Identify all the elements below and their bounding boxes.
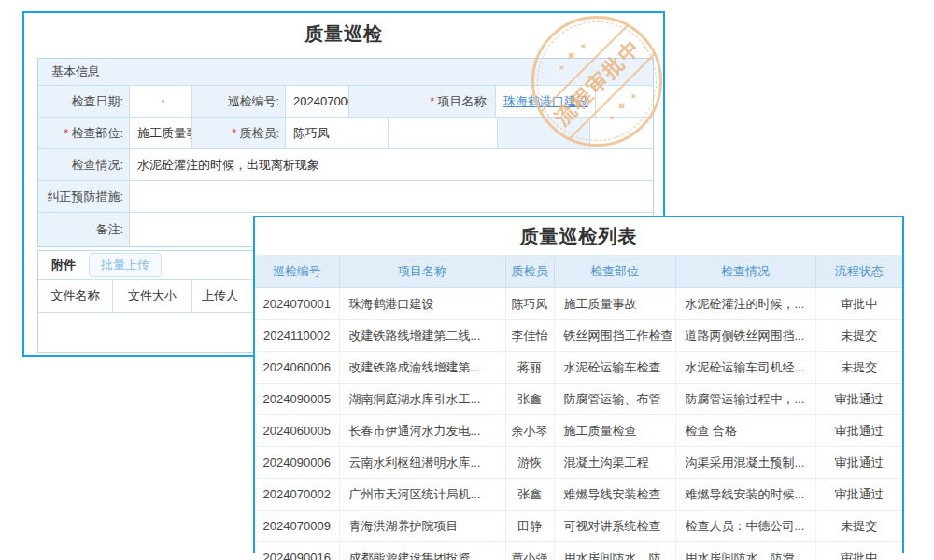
cell-project[interactable]: 青海洪湖养护院项目 [339,511,505,542]
situation-label: 检查情况: [38,149,130,180]
form-empty-cell [389,118,498,148]
cell-number[interactable]: 2024070009 [255,511,339,542]
part-label-text: 检查部位: [71,125,123,142]
col-header-number: 巡检编号 [255,255,339,288]
cell-inspector[interactable]: 田静 [505,511,554,542]
col-header-project: 项目名称 [339,255,505,288]
measures-label: 纠正预防措施: [38,181,130,212]
form-empty-cell [596,86,653,117]
form-row-situation: 检查情况: 水泥砼灌注的时候，出现离析现象 [38,149,653,181]
table-header-row: 巡检编号 项目名称 质检员 检查部位 检查情况 流程状态 [255,255,902,288]
cell-project[interactable]: 改建铁路成渝线增建第... [339,352,505,384]
cell-situation: 道路两侧铁丝网围挡... [675,320,815,352]
cell-situation: 难燃导线安装的时候... [675,479,815,511]
cell-inspector[interactable]: 蒋丽 [505,352,554,384]
cell-project[interactable]: 改建铁路线增建第二线... [339,320,505,352]
cell-inspector[interactable]: 张鑫 [505,384,554,415]
cell-situation: 沟渠采用混凝土预制... [675,447,815,479]
list-title: 质量巡检列表 [255,224,902,249]
cell-inspector[interactable]: 余小琴 [505,415,554,447]
cell-part: 防腐管运输、布管 [554,384,675,415]
table-row: 2024060005 长春市伊通河水力发电... 余小琴 施工质量检查 检查 合… [255,415,902,447]
inspector-label: * 质检员: [192,118,286,148]
file-name-header: 文件名称 [38,280,113,312]
situation-field[interactable]: 水泥砼灌注的时候，出现离析现象 [130,149,653,180]
inspection-table: 巡检编号 项目名称 质检员 检查部位 检查情况 流程状态 2024070001 … [255,255,902,560]
date-placeholder-dot [162,100,164,103]
col-header-part: 检查部位 [554,255,675,288]
cell-part: 难燃导线安装检查 [554,479,675,511]
uploader-header: 上传人 [192,280,248,312]
part-label: * 检查部位: [38,118,130,148]
cell-situation: 用水房间防水、防滑... [675,542,815,560]
cell-project[interactable]: 珠海鹤港口建设 [339,288,505,320]
cell-status: 审批中 [815,542,902,560]
cell-number[interactable]: 2024060005 [255,415,339,447]
cell-project[interactable]: 湖南洞庭湖水库引水工... [339,384,505,415]
required-marker: * [64,126,68,140]
cell-inspector[interactable]: 李佳怡 [505,320,554,352]
cell-situation: 检查人员：中德公司... [675,511,815,542]
cell-number[interactable]: 2024090016 [255,542,339,560]
part-field[interactable]: 施工质量事 [130,118,192,148]
table-row: 2024070009 青海洪湖养护院项目 田静 可视对讲系统检查 检查人员：中德… [255,511,902,542]
cell-status: 审批通过 [815,447,902,479]
form-empty-cell [590,118,653,148]
col-header-situation: 检查情况 [675,255,815,288]
cell-number[interactable]: 2024090005 [255,384,339,415]
cell-inspector[interactable]: 黄小强 [505,542,554,560]
cell-inspector[interactable]: 张鑫 [505,479,554,511]
project-field: 珠海鹤港口建设 [496,86,596,117]
table-row: 2024090006 云南水利枢纽潜明水库... 游恢 混凝土沟渠工程 沟渠采用… [255,447,902,479]
form-title: 质量巡检 [24,21,663,47]
cell-project[interactable]: 长春市伊通河水力发电... [339,415,505,447]
cell-status: 审批中 [815,288,902,320]
page: 质量巡检 基本信息 检查日期: 巡检编号: 202407000 * 项目名称: … [0,0,934,560]
inspector-label-text: 质检员: [239,125,279,142]
date-field[interactable] [130,86,192,117]
cell-number[interactable]: 2024070001 [255,288,339,320]
cell-part: 可视对讲系统检查 [554,511,675,542]
cell-number[interactable]: 2024090006 [255,447,339,479]
required-marker: * [232,126,236,140]
cell-inspector[interactable]: 游恢 [505,447,554,479]
project-label: * 项目名称: [349,86,496,117]
form-row-1: 检查日期: 巡检编号: 202407000 * 项目名称: 珠海鹤港口建设 [38,86,653,118]
form-row-2: * 检查部位: 施工质量事 * 质检员: 陈巧凤 [38,118,653,149]
measures-field[interactable] [130,181,653,212]
remark-label: 备注: [38,213,130,246]
table-row: 2024090005 湖南洞庭湖水库引水工... 张鑫 防腐管运输、布管 防腐管… [255,384,902,415]
cell-status: 未提交 [815,511,902,542]
required-marker: * [430,94,434,108]
inspection-list-panel: 质量巡检列表 巡检编号 项目名称 质检员 检查部位 检查情况 流程状态 2024… [253,216,904,553]
number-label: 巡检编号: [192,86,286,117]
cell-situation: 防腐管运输过程中，... [675,384,815,415]
cell-situation: 检查 合格 [675,415,815,447]
cell-number[interactable]: 2024070002 [255,479,339,511]
cell-number[interactable]: 2024060006 [255,352,339,384]
cell-part: 施工质量检查 [554,415,675,447]
cell-project[interactable]: 云南水利枢纽潜明水库... [339,447,505,479]
table-row: 2024110002 改建铁路线增建第二线... 李佳怡 铁丝网围挡工作检查 道… [255,320,902,352]
table-row: 2024060006 改建铁路成渝线增建第... 蒋丽 水泥砼运输车检查 水泥砼… [255,352,902,384]
cell-number[interactable]: 2024110002 [255,320,339,352]
cell-status: 未提交 [815,320,902,352]
attachment-label: 附件 [51,257,76,273]
cell-part: 用水房间防水、防... [554,542,675,560]
form-empty-label-cell [498,118,590,148]
batch-upload-button[interactable]: 批量上传 [89,253,162,277]
cell-part: 混凝土沟渠工程 [554,447,675,479]
cell-project[interactable]: 成都能源建设集团投资... [339,542,505,560]
number-field: 202407000 [286,86,349,117]
cell-inspector[interactable]: 陈巧凤 [505,288,554,320]
cell-situation: 水泥砼灌注的时候，... [675,288,815,320]
cell-project[interactable]: 广州市天河区统计局机... [339,479,505,511]
file-size-header: 文件大小 [113,280,192,312]
project-link[interactable]: 珠海鹤港口建设 [503,93,588,110]
date-label: 检查日期: [38,86,130,117]
inspector-field[interactable]: 陈巧凤 [286,118,389,148]
cell-status: 审批通过 [815,384,902,415]
project-label-text: 项目名称: [437,93,489,110]
cell-status: 审批通过 [815,415,902,447]
cell-part: 铁丝网围挡工作检查 [554,320,675,352]
